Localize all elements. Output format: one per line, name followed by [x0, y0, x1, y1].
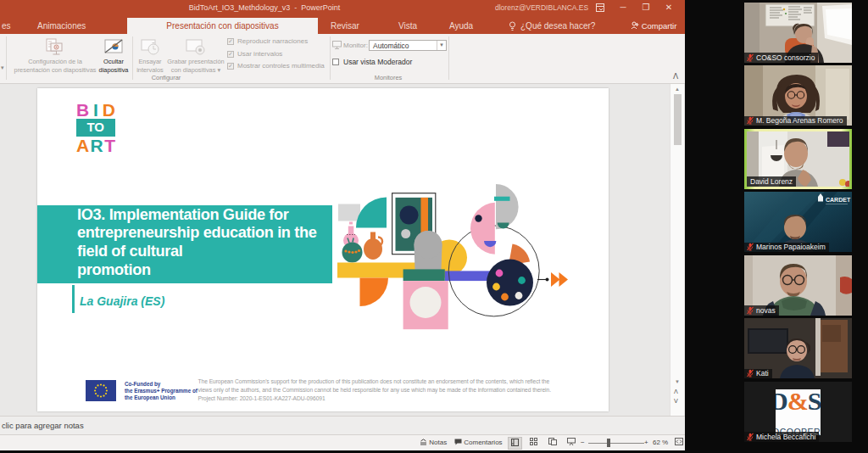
scrollbar-thumb[interactable]	[674, 94, 682, 145]
video-tile-kati[interactable]: Kati	[744, 318, 852, 378]
logo-row-bid: BID	[76, 102, 115, 119]
hide-slide-icon	[104, 39, 123, 54]
video-tile-david-lorenz[interactable]: David Lorenz	[747, 131, 849, 187]
screen: BidToArt_IO3_Methdology_v3 - PowerPoint …	[0, 0, 868, 453]
disclaimer-text: The European Commission's support for th…	[198, 378, 597, 402]
participant-name-label: Michela Beccafichi	[744, 432, 819, 442]
logo-letter: B	[76, 102, 89, 119]
tab-vista[interactable]: Vista	[398, 18, 417, 34]
notes-toggle[interactable]: Notas	[420, 435, 447, 450]
scroll-up-icon[interactable]: ▲	[675, 87, 680, 92]
powerpoint-window: BidToArt_IO3_Methdology_v3 - PowerPoint …	[0, 0, 685, 450]
slide-sorter-view-button[interactable]	[526, 437, 541, 450]
record-slideshow-icon	[186, 38, 208, 57]
lightbulb-icon	[509, 21, 516, 31]
muted-mic-icon	[746, 306, 754, 315]
slide-decoration-art	[336, 182, 571, 334]
eu-flag-stars	[86, 380, 116, 401]
slide-title[interactable]: IO3. Implementation Guide for entreprene…	[77, 206, 340, 280]
participant-name: Kati	[756, 369, 769, 378]
ribbon-tab-row: es Animaciones Presentación con diaposit…	[0, 18, 685, 34]
logo-letter: I	[93, 102, 98, 119]
zoom-out-button[interactable]: −	[581, 435, 585, 450]
ds-logo-text: D&S	[776, 389, 821, 416]
scroll-down-icon[interactable]: ▼	[675, 379, 680, 384]
restore-button[interactable]: ❐	[637, 0, 655, 15]
notes-icon	[420, 439, 427, 445]
muted-mic-icon	[746, 53, 754, 62]
fit-slide-icon	[675, 438, 683, 445]
ds-logo-amp: &	[787, 389, 808, 415]
notes-pane[interactable]: clic para agregar notas	[0, 416, 685, 434]
video-tile-coso-consorzio[interactable]: CO&SO consorzio	[744, 3, 852, 63]
tab-animaciones[interactable]: Animaciones	[37, 18, 86, 34]
video-tile-marinos[interactable]: CARDET Marinos Papaioakeim	[744, 192, 852, 252]
close-button[interactable]: ✕	[659, 0, 678, 15]
tab-ayuda[interactable]: Ayuda	[449, 18, 473, 34]
vertical-scrollbar[interactable]: ▲ ▼ ᐱ ᐯ	[670, 84, 684, 416]
monitor-icon	[332, 41, 342, 49]
participant-name: Marinos Papaioakeim	[756, 243, 826, 251]
svg-text:CARDET: CARDET	[826, 197, 851, 203]
slideshow-view-button[interactable]	[564, 437, 578, 450]
muted-mic-icon	[746, 243, 754, 251]
slide-sorter-icon	[530, 438, 537, 445]
slideshow-setup-icon	[45, 38, 65, 57]
normal-view-button[interactable]	[508, 437, 522, 450]
slide-subtitle[interactable]: La Guajira (ES)	[80, 294, 164, 308]
logo-letter: D	[103, 102, 115, 119]
notes-toggle-label: Notas	[429, 439, 447, 446]
logo-letter: T	[104, 137, 115, 154]
ds-company-logo: D&S OCOOPER	[776, 389, 821, 435]
status-bar: Notas Comentarios − + 62 %	[0, 434, 685, 450]
account-name: dlorenz@VERDIBLANCA.ES	[495, 3, 583, 15]
share-button[interactable]: Compartir	[631, 18, 676, 34]
logo-letter: TO	[86, 120, 104, 134]
participant-name-label: David Lorenz	[747, 176, 796, 187]
share-person-icon	[631, 21, 639, 30]
checkbox-unchecked-icon	[332, 59, 339, 65]
tab-revisar[interactable]: Revisar	[331, 18, 359, 34]
minimize-button[interactable]: ─	[614, 0, 632, 15]
reading-view-button[interactable]	[545, 437, 559, 450]
comments-toggle[interactable]: Comentarios	[454, 435, 503, 450]
comments-toggle-label: Comentarios	[464, 439, 502, 446]
slideshow-setup-button[interactable]: Configuración de la presentación con dia…	[13, 36, 97, 80]
tab-transiciones-partial[interactable]: es	[2, 18, 11, 34]
zoom-slider-track[interactable]	[588, 443, 644, 444]
monitor-dropdown[interactable]: Automático ▼	[369, 40, 447, 51]
checkbox-checked-icon: ✓	[227, 38, 234, 45]
checkbox-checked-icon: ✓	[227, 51, 234, 58]
ds-logo-d: D	[776, 389, 787, 415]
fit-slide-button[interactable]	[671, 437, 686, 450]
video-tile-novas[interactable]: novas	[744, 255, 852, 316]
muted-mic-icon	[746, 369, 754, 378]
zoom-in-button[interactable]: +	[644, 435, 648, 450]
eu-flag	[86, 380, 116, 401]
collapse-ribbon-icon[interactable]: ᐱ	[673, 72, 678, 81]
ribbon-display-options-button[interactable]	[591, 0, 609, 15]
ribbon-group-separator	[330, 36, 331, 80]
zoom-level[interactable]: 62 %	[653, 435, 668, 450]
eu-funding-text: Co-Funded by the Erasmus+ Programme of t…	[125, 381, 198, 402]
participant-name-label: novas	[744, 305, 779, 316]
video-tile-michela[interactable]: D&S OCOOPER Michela Beccafichi	[744, 382, 852, 442]
next-slide-button[interactable]: ᐯ	[674, 398, 678, 405]
participant-name-label: M. Begoña Arenas Romero	[744, 116, 847, 126]
tell-me-box[interactable]: ¿Qué desea hacer?	[520, 18, 595, 34]
bidtoart-logo: BID TO ART	[76, 102, 115, 155]
participant-name: M. Begoña Arenas Romero	[756, 116, 843, 125]
slide[interactable]: BID TO ART IO3. Implementation Guide for…	[37, 88, 609, 411]
slide-canvas: BID TO ART IO3. Implementation Guide for…	[0, 84, 685, 416]
video-tile-begona[interactable]: M. Begoña Arenas Romero	[744, 65, 852, 126]
monitor-label: Monitor:	[343, 42, 368, 49]
ribbon-display-options-icon	[596, 3, 604, 12]
logo-row-art: ART	[76, 137, 115, 154]
subtitle-accent-bar	[72, 285, 75, 313]
previous-slide-button[interactable]: ᐱ	[674, 389, 678, 395]
normal-view-icon	[511, 439, 519, 446]
zoom-slider-handle[interactable]	[607, 439, 610, 447]
participant-name-label: CO&SO consorzio	[744, 53, 818, 63]
notes-placeholder[interactable]: clic para agregar notas	[2, 421, 84, 430]
tab-presentacion-con-diapositivas[interactable]: Presentación con diapositivas	[127, 18, 318, 34]
